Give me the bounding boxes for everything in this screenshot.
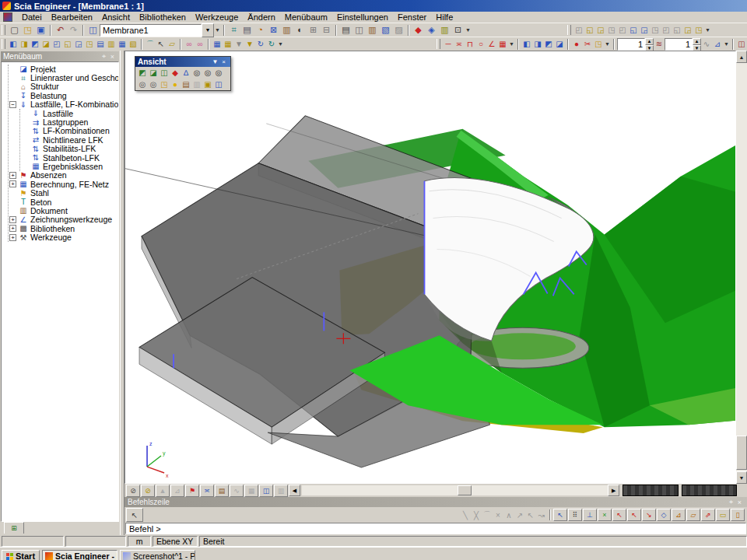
selection-spinbox[interactable]: 1 xyxy=(617,38,645,51)
eraser-icon[interactable]: ▱ xyxy=(167,39,177,49)
command-input[interactable]: Befehl > xyxy=(125,523,746,534)
shrink-members-icon[interactable]: ∿ xyxy=(230,485,244,497)
wall-icon[interactable]: ◰ xyxy=(51,39,62,49)
circle-icon[interactable]: ○ xyxy=(475,39,486,49)
view-dir-z-icon[interactable]: ◫ xyxy=(159,68,170,78)
escape-button[interactable]: ↖ xyxy=(126,508,143,522)
extrude-4-icon[interactable]: ◪ xyxy=(554,39,565,49)
tree-item[interactable]: ⇅Stahlbeton-LFK xyxy=(22,153,118,162)
scale-spinbox[interactable]: 1 xyxy=(665,38,693,51)
close-icon[interactable]: × xyxy=(219,58,228,65)
coords-info-icon[interactable]: ▯ xyxy=(731,509,745,521)
view-dir-y-icon[interactable]: ◪ xyxy=(148,68,159,78)
view-window-4-icon[interactable]: ◳ xyxy=(606,25,617,35)
horizontal-scroll-thumb[interactable] xyxy=(458,485,472,495)
load-panel-icon[interactable]: ▥ xyxy=(106,39,117,49)
label-members-icon[interactable]: ⊿ xyxy=(170,485,184,497)
tree-item[interactable]: ⌂Struktur xyxy=(9,82,118,91)
save-icon[interactable]: ▣ xyxy=(34,24,47,36)
refresh-1-icon[interactable]: ↻ xyxy=(255,39,266,49)
snap-tangent-icon[interactable]: ↝ xyxy=(536,510,547,520)
view-dir-x-icon[interactable]: ◩ xyxy=(137,68,148,78)
raster-icon[interactable]: ▦ xyxy=(497,39,508,49)
snap-percent-icon[interactable]: ⇗ xyxy=(701,509,715,521)
curve-scale-icon[interactable]: ∿ xyxy=(701,39,712,49)
chart-icon[interactable]: ▥ xyxy=(438,24,451,36)
view-window-12-icon[interactable]: ◳ xyxy=(693,25,704,35)
tree-item[interactable]: TBeton xyxy=(9,198,118,206)
task-button[interactable]: Scia Engineer - [... xyxy=(42,550,117,560)
print-preview-icon[interactable]: ◫ xyxy=(352,24,366,36)
clip-box-icon[interactable]: ▣ xyxy=(202,79,213,89)
calculation-icon[interactable]: ⌗ xyxy=(227,24,240,36)
tree-item[interactable]: ⚑Stahl xyxy=(9,188,118,197)
tree-item[interactable]: ▦Ergebnisklassen xyxy=(22,162,118,170)
table-results-icon[interactable]: ▦ xyxy=(212,39,223,49)
zoom-previous-icon[interactable]: ◎ xyxy=(137,79,148,89)
menu-einstellungen[interactable]: Einstellungen xyxy=(332,12,393,23)
toolbar-grip[interactable] xyxy=(437,39,440,49)
line-grid-icon[interactable]: ⊥ xyxy=(583,509,597,521)
view-axo-icon[interactable]: ◆ xyxy=(170,68,181,78)
docked-panel-1[interactable] xyxy=(622,485,678,496)
rib-icon[interactable]: ▤ xyxy=(95,39,106,49)
solver-icon[interactable]: ◔ xyxy=(254,24,267,36)
zoom-out-icon[interactable]: ◎ xyxy=(202,68,213,78)
scale-spin-buttons[interactable]: ▲▼ xyxy=(693,38,701,51)
table-input-icon[interactable]: ▦ xyxy=(223,39,233,49)
modify-dropdown[interactable]: ▼ xyxy=(604,38,611,50)
menu-werkzeuge[interactable]: Werkzeuge xyxy=(191,12,243,23)
filter-2-icon[interactable]: ▼ xyxy=(244,39,255,49)
snap-edge-icon[interactable]: ↘ xyxy=(642,509,656,521)
view-params-icon[interactable]: ◫ xyxy=(259,485,273,497)
menu-menübaum[interactable]: Menübaum xyxy=(280,12,332,23)
wireframe-icon[interactable]: ▥ xyxy=(191,79,202,89)
print-icon[interactable]: ▤ xyxy=(339,24,352,36)
snap-arc-icon[interactable]: ⌒ xyxy=(482,510,493,520)
geometry-dropdown[interactable]: ▼ xyxy=(508,38,515,50)
snap-line-icon[interactable]: ╲ xyxy=(460,510,471,520)
tree-expander[interactable]: + xyxy=(9,172,16,179)
menu-hilfe[interactable]: Hilfe xyxy=(431,12,458,23)
new-icon[interactable]: ▢ xyxy=(8,24,21,36)
vertical-scroll-thumb[interactable] xyxy=(736,436,747,470)
project-panel-icon[interactable]: ◫ xyxy=(86,24,100,36)
toolbar-grip[interactable] xyxy=(567,25,571,35)
tree-expander[interactable]: − xyxy=(9,101,16,108)
report-icon[interactable]: ◐ xyxy=(293,24,307,36)
tree-expander[interactable]: + xyxy=(9,234,16,241)
clipped-edge-icon[interactable]: ◫ xyxy=(736,39,747,49)
dot-grid-icon[interactable]: ⠿ xyxy=(568,509,582,521)
tree-item[interactable]: ↧Belastung xyxy=(9,91,118,100)
walk-through-icon[interactable]: ∆ xyxy=(181,68,191,78)
project-combo[interactable]: Membrane1 xyxy=(100,24,202,37)
point-icon[interactable]: ● xyxy=(571,39,582,49)
view-window-1-icon[interactable]: ◰ xyxy=(573,25,584,35)
vertical-scrollbar[interactable]: ▲ ▼ xyxy=(736,51,747,484)
scroll-right-icon[interactable]: ▶ xyxy=(608,485,619,496)
menu-ändern[interactable]: Ändern xyxy=(243,12,279,23)
page-setup-icon[interactable]: ▨ xyxy=(392,24,405,36)
snap-intersection-icon[interactable]: × xyxy=(598,509,612,521)
tree-expander[interactable]: + xyxy=(9,225,16,232)
document-icon[interactable]: ▥ xyxy=(366,24,379,36)
menu-fenster[interactable]: Fenster xyxy=(393,12,431,23)
tools3-dropdown[interactable]: ▼ xyxy=(465,24,472,36)
view-window-6-icon[interactable]: ◱ xyxy=(628,25,639,35)
toolbar-grip[interactable] xyxy=(2,39,5,49)
local-axes-icon[interactable]: ⚑ xyxy=(185,485,199,497)
line-icon[interactable]: ─ xyxy=(443,39,454,49)
options-icon[interactable]: ⊡ xyxy=(451,24,465,36)
subregion-icon[interactable]: ◳ xyxy=(84,39,95,49)
label-nodes-icon[interactable]: ▲ xyxy=(156,485,170,497)
link-1-icon[interactable]: ∞ xyxy=(184,39,195,49)
zoom-in-icon[interactable]: ◎ xyxy=(191,68,202,78)
tree-item[interactable]: ⇄Nichtlineare LFK xyxy=(22,135,118,144)
open-folder-icon[interactable]: ◳ xyxy=(21,24,34,36)
selection-spin-buttons[interactable]: ▲▼ xyxy=(645,38,654,51)
tree-item[interactable]: ⌗Linienraster und Geschosse xyxy=(9,73,118,82)
start-button[interactable]: Start xyxy=(2,550,40,560)
beam-icon[interactable]: ◨ xyxy=(19,39,30,49)
pin-icon[interactable]: ⌖ xyxy=(727,498,735,506)
tree-item[interactable]: ⇉Lastgruppen xyxy=(22,117,118,126)
